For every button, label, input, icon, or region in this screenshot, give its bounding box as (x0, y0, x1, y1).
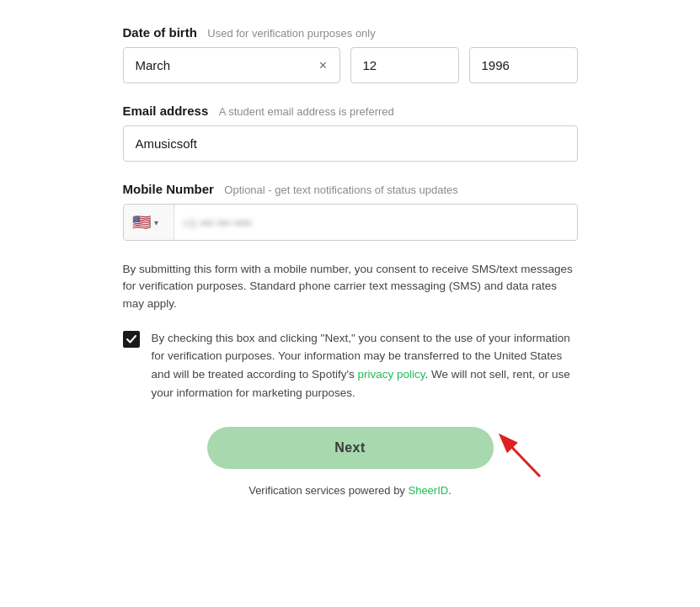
sheerid-link[interactable]: SheerID (408, 484, 448, 497)
mobile-label: Mobile Number (123, 182, 214, 196)
dob-label-row: Date of birth Used for verification purp… (123, 25, 578, 40)
email-hint: A student email address is preferred (219, 105, 394, 118)
consent-checkbox[interactable] (123, 331, 140, 348)
consent-row: By checking this box and clicking "Next,… (123, 329, 578, 402)
consent-text: By checking this box and clicking "Next,… (152, 329, 578, 402)
country-selector[interactable]: 🇺🇸 ▾ (124, 205, 174, 240)
dob-day-field (350, 47, 459, 83)
mobile-input-wrapper: 🇺🇸 ▾ (123, 204, 578, 241)
sms-consent-text: By submitting this form with a mobile nu… (123, 261, 578, 312)
checkmark-icon (126, 335, 136, 343)
privacy-policy-link[interactable]: privacy policy (357, 368, 425, 381)
mobile-section: Mobile Number Optional - get text notifi… (123, 182, 578, 241)
consent-checkbox-wrapper[interactable] (123, 331, 140, 348)
mobile-label-row: Mobile Number Optional - get text notifi… (123, 182, 578, 197)
next-button-wrapper: Next (123, 427, 578, 469)
dob-section: Date of birth Used for verification purp… (123, 25, 578, 83)
dob-label: Date of birth (123, 25, 197, 40)
year-input[interactable] (469, 47, 578, 83)
next-button[interactable]: Next (207, 427, 494, 469)
month-input-wrapper: × (123, 47, 340, 83)
dob-month-field: × (123, 47, 340, 83)
dob-inputs-row: × (123, 47, 578, 83)
dob-hint: Used for verification purposes only (207, 27, 375, 40)
us-flag-icon: 🇺🇸 (132, 213, 151, 232)
email-label-row: Email address A student email address is… (123, 104, 578, 119)
arrow-icon (468, 422, 544, 481)
arrow-annotation (468, 422, 544, 484)
form-container: Date of birth Used for verification purp… (89, 17, 612, 530)
day-input[interactable] (350, 47, 459, 83)
month-input[interactable] (123, 47, 340, 83)
dob-year-field (469, 47, 578, 83)
footer-text-before: Verification services powered by (248, 484, 408, 497)
dropdown-arrow-icon: ▾ (154, 218, 158, 227)
email-section: Email address A student email address is… (123, 104, 578, 162)
mobile-number-input[interactable] (174, 205, 577, 240)
email-input[interactable] (123, 125, 578, 162)
footer-text-after: . (448, 484, 452, 497)
clear-month-button[interactable]: × (315, 57, 332, 74)
email-label: Email address (123, 104, 209, 118)
svg-line-1 (502, 437, 540, 477)
clear-icon: × (319, 58, 327, 73)
footer: Verification services powered by SheerID… (123, 484, 578, 497)
mobile-hint: Optional - get text notifications of sta… (224, 184, 458, 196)
